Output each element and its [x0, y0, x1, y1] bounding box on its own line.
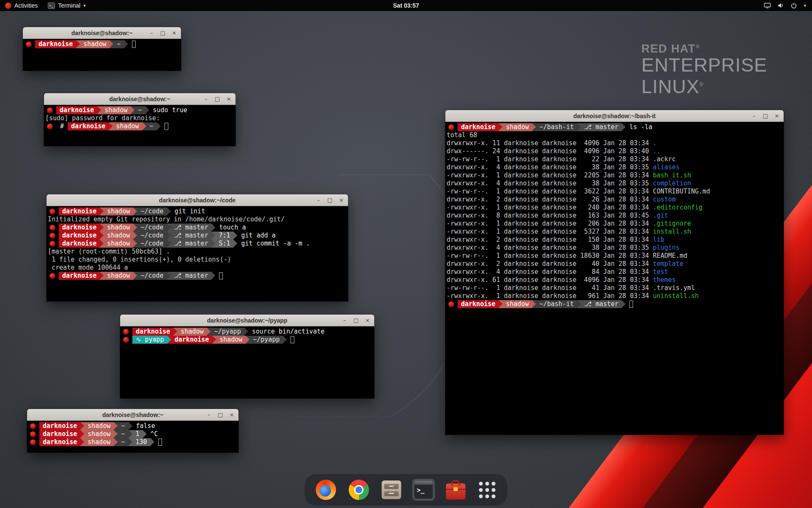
powerline-separator [283, 336, 287, 344]
close-button[interactable]: × [365, 318, 370, 323]
terminal-text: ls -la [625, 123, 652, 131]
terminal-dock-icon[interactable]: >_ [412, 479, 435, 501]
maximize-button[interactable]: □ [353, 318, 359, 323]
window-title: darknoise@shadow:~/code [159, 197, 236, 204]
terminal-line: darknoiseshadow~ sudo true [45, 106, 236, 114]
toolbox-icon[interactable] [444, 478, 467, 501]
chrome-icon[interactable] [347, 478, 371, 502]
prompt-segment: darknoise [35, 40, 76, 48]
terminal-content[interactable]: darknoiseshadow~ sudo true[sudo] passwor… [44, 105, 236, 146]
terminal-line: drwxrwxr-x. 4 darknoise darknoise 38 Jan… [447, 163, 784, 171]
window-title: darknoise@shadow:~/bash-it [573, 113, 656, 119]
terminal-content[interactable]: darknoiseshadow~/code git initInitialize… [47, 206, 348, 301]
minimize-button[interactable]: – [342, 318, 348, 323]
minimize-button[interactable]: – [751, 113, 757, 119]
window-titlebar[interactable]: darknoise@shadow:~/bash-it – □ × [445, 110, 784, 122]
brand-line-enterprise: ENTERPRISE [641, 55, 767, 75]
prompt-segment: shadow [104, 240, 133, 248]
terminal-content[interactable]: darknoiseshadow~ falsedarknoiseshadow~1 … [27, 421, 239, 453]
terminal-line: drwxrwxr-x. 11 darknoise darknoise 4096 … [447, 139, 784, 147]
terminal-cursor [629, 301, 633, 308]
prompt-segment: shadow [104, 232, 133, 240]
terminal-text: ^C [147, 430, 158, 438]
powerline-separator [622, 300, 625, 308]
activities-label: Activities [14, 2, 38, 9]
prompt-segment: 1 [132, 430, 143, 438]
powerline-separator [133, 207, 137, 215]
maximize-button[interactable]: □ [327, 197, 333, 203]
terminal-text: .travis.yml [653, 284, 695, 292]
toolbox-clasp [454, 487, 458, 491]
prompt-segment: darknoise [171, 336, 212, 344]
terminal-content[interactable]: darknoiseshadow~/pyapp source bin/activa… [120, 326, 374, 398]
terminal-text: drwxrwxr-x. 4 darknoise darknoise 84 Jan… [447, 268, 653, 276]
close-button[interactable]: × [229, 412, 235, 418]
terminal-text: install.sh [653, 228, 691, 236]
system-status-area[interactable]: ▾ [758, 0, 812, 11]
prompt-segment: ~ [146, 122, 157, 130]
window-titlebar[interactable]: darknoise@shadow:~/code – □ × [47, 194, 348, 206]
terminal-text: false [132, 422, 155, 430]
prompt-segment: darknoise [68, 122, 109, 130]
close-button[interactable]: × [338, 197, 344, 203]
minimize-button[interactable]: – [203, 96, 209, 102]
prompt-segment: darknoise [59, 207, 100, 215]
powerline-separator [211, 232, 215, 240]
activities-button[interactable]: Activities [0, 0, 43, 11]
close-button[interactable]: × [774, 113, 780, 119]
redhat-prompt-icon [448, 124, 454, 130]
window-titlebar[interactable]: darknoise@shadow:~ – □ × [44, 93, 236, 105]
minimize-button[interactable]: – [206, 412, 212, 418]
terminal-cursor [158, 439, 162, 446]
files-icon[interactable] [380, 479, 403, 501]
terminal-line: Initialized empty Git repository in /hom… [48, 215, 348, 224]
terminal-line: total 68 [447, 131, 784, 139]
minimize-button[interactable]: – [148, 30, 154, 36]
powerline-separator [211, 240, 215, 248]
app-menu-terminal[interactable]: >_ Terminal ▾ [43, 0, 91, 11]
powerline-separator [76, 40, 80, 48]
redhat-prompt-icon [47, 124, 53, 130]
maximize-button[interactable]: □ [217, 412, 223, 418]
minimize-button[interactable]: – [315, 197, 321, 203]
terminal-window-home-1: darknoise@shadow:~ – □ × darknoiseshadow… [23, 27, 181, 71]
terminal-cursor [165, 123, 168, 130]
terminal-text: -rw-rw-r--. 1 darknoise darknoise 18630 … [447, 252, 653, 260]
prompt-segment: shadow [104, 272, 133, 280]
terminal-line: drwxrwxr-x. 61 darknoise darknoise 4096 … [447, 276, 784, 284]
terminal-text: drwx------. 24 darknoise darknoise 4096 … [447, 147, 653, 155]
powerline-separator [157, 122, 161, 130]
clock[interactable]: Sat 03:57 [393, 2, 419, 9]
terminal-content[interactable]: darknoiseshadow~/bash-it⎇ master ls -lat… [445, 122, 784, 435]
window-titlebar[interactable]: darknoise@shadow:~ – □ × [23, 27, 181, 39]
powerline-separator [100, 224, 104, 232]
prompt-segment: darknoise [59, 272, 100, 280]
terminal-text: -rwxrwxr-x. 1 darknoise darknoise 2205 J… [447, 171, 653, 179]
powerline-separator [143, 122, 146, 130]
powerline-separator [114, 430, 118, 438]
terminal-line: ∿ pyappdarknoiseshadow~/pyapp [121, 336, 374, 344]
terminal-window-sudo: darknoise@shadow:~ – □ × darknoiseshadow… [44, 93, 236, 146]
terminal-text: git commit -a -m . [237, 240, 310, 248]
terminal-content[interactable]: darknoiseshadow~ [23, 39, 181, 71]
powerline-separator [167, 272, 171, 280]
prompt-segment: ~ [134, 106, 145, 114]
close-button[interactable]: × [171, 30, 177, 36]
firefox-icon[interactable] [314, 478, 338, 502]
terminal-line: darknoiseshadow~/code⎇ master touch a [48, 224, 348, 232]
window-titlebar[interactable]: darknoise@shadow:~ – □ × [27, 409, 239, 421]
registered-mark: ® [696, 44, 700, 50]
terminal-text: drwxrwxr-x. 4 darknoise darknoise 38 Jan… [447, 163, 653, 171]
maximize-button[interactable]: □ [160, 30, 166, 36]
maximize-button[interactable]: □ [214, 96, 220, 102]
prompt-segment: ~/pyapp [211, 328, 244, 336]
maximize-button[interactable]: □ [763, 113, 768, 119]
powerline-separator [499, 123, 502, 131]
prompt-segment: shadow [104, 224, 133, 232]
close-button[interactable]: × [226, 96, 232, 102]
app-grid-icon[interactable] [477, 479, 498, 501]
powerline-separator [114, 438, 118, 446]
terminal-line: -rwxrwxr-x. 1 darknoise darknoise 2205 J… [447, 171, 784, 179]
powerline-separator [143, 430, 147, 438]
window-titlebar[interactable]: darknoise@shadow:~/pyapp – □ × [120, 315, 374, 326]
